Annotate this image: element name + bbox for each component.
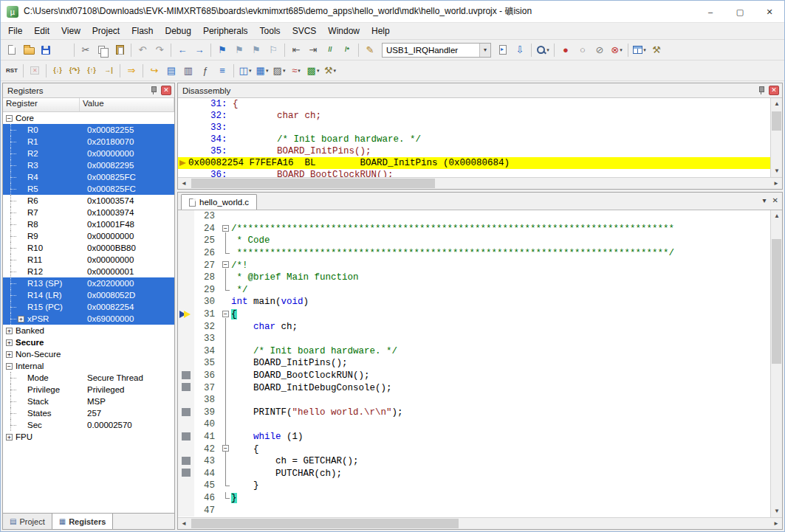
register-row-r5[interactable]: R50x000825FC xyxy=(3,183,174,195)
close-button[interactable]: ✕ xyxy=(755,1,784,23)
scrollbar-thumb[interactable] xyxy=(772,111,781,131)
register-row-r11[interactable]: R110x00000000 xyxy=(3,254,174,266)
tab-list-dropdown-icon[interactable]: ▾ xyxy=(763,196,767,204)
navigate-back-icon[interactable]: ← xyxy=(174,42,191,58)
code-editor[interactable]: 2324−/**********************************… xyxy=(178,210,782,517)
scrollbar-track[interactable] xyxy=(190,178,770,189)
scroll-up-button[interactable]: ▲ xyxy=(771,98,782,110)
step-over-icon[interactable]: {↷} xyxy=(66,63,83,79)
scroll-right-button[interactable]: ► xyxy=(770,178,782,189)
register-row-r15-pc[interactable]: R15 (PC)0x00082254 xyxy=(3,301,174,313)
kill-all-breakpoints-icon-dropdown[interactable]: ▾ xyxy=(620,47,623,53)
run-icon[interactable]: ⇒ xyxy=(123,63,140,79)
code-block-marker[interactable] xyxy=(178,370,194,382)
breakpoint-margin[interactable] xyxy=(178,284,194,297)
breakpoint-margin[interactable] xyxy=(178,223,194,235)
disable-all-breakpoints-icon[interactable]: ⊘ xyxy=(592,42,608,58)
pin-icon[interactable] xyxy=(149,86,158,95)
disassembly-window-icon[interactable]: ▥ xyxy=(180,63,196,79)
tab-close-icon[interactable]: ✕ xyxy=(772,196,778,204)
redo-icon[interactable]: ↷ xyxy=(151,42,168,58)
menu-tools[interactable]: Tools xyxy=(254,24,287,38)
window-layout-icon[interactable]: ▾ xyxy=(631,42,648,58)
pin-icon[interactable] xyxy=(757,86,766,95)
symbols-window-icon[interactable]: ƒ xyxy=(197,63,213,79)
command-window-icon[interactable]: ▤ xyxy=(163,63,179,79)
register-row-r1[interactable]: R10x20180070 xyxy=(3,136,174,148)
code-block-marker[interactable] xyxy=(178,431,194,443)
save-icon[interactable] xyxy=(38,42,54,58)
code-block-marker[interactable] xyxy=(178,467,194,480)
breakpoint-margin[interactable] xyxy=(178,480,194,492)
scroll-down-button[interactable]: ▼ xyxy=(771,505,782,517)
code-block-marker[interactable] xyxy=(178,407,194,419)
toolbox-icon[interactable]: ⚒▾ xyxy=(322,63,338,79)
show-next-statement-icon[interactable]: ↪ xyxy=(146,63,162,79)
menu-svcs[interactable]: SVCS xyxy=(287,24,323,38)
register-row-xpsr[interactable]: +xPSR0x69000000 xyxy=(3,313,174,325)
breakpoint-margin[interactable] xyxy=(178,247,194,260)
analysis-window-icon[interactable]: ≈▾ xyxy=(288,63,304,79)
code-block-marker[interactable] xyxy=(178,381,194,394)
register-row-privilege[interactable]: PrivilegePrivileged xyxy=(3,384,174,395)
scrollbar-thumb[interactable] xyxy=(191,179,435,188)
paste-icon[interactable] xyxy=(112,42,128,58)
code-block-marker[interactable] xyxy=(178,455,194,468)
column-header-register[interactable]: Register xyxy=(3,98,80,111)
scrollbar-thumb[interactable] xyxy=(772,239,781,364)
comment-icon[interactable]: // xyxy=(322,42,338,58)
new-file-icon[interactable] xyxy=(4,42,20,58)
breakpoint-margin[interactable] xyxy=(178,345,194,358)
minimize-button[interactable]: – xyxy=(696,1,725,23)
collapse-icon[interactable]: − xyxy=(6,363,13,370)
kill-all-breakpoints-icon[interactable]: ⊗▾ xyxy=(609,42,625,58)
fold-toggle-icon[interactable]: − xyxy=(221,443,231,455)
register-row-states[interactable]: States257 xyxy=(3,407,174,419)
register-row-r10[interactable]: R100x0000BB80 xyxy=(3,242,174,254)
register-row-banked[interactable]: +Banked xyxy=(3,325,174,336)
register-row-internal[interactable]: −Internal xyxy=(3,360,174,372)
memory-window-icon[interactable]: ▦▾ xyxy=(254,63,270,79)
menu-help[interactable]: Help xyxy=(366,24,396,38)
scrollbar-track[interactable] xyxy=(771,222,782,505)
register-row-core[interactable]: −Core xyxy=(3,112,174,124)
memory-window-icon-dropdown[interactable]: ▾ xyxy=(266,68,269,74)
tab-registers[interactable]: ▦Registers xyxy=(52,514,114,529)
undo-icon[interactable]: ↶ xyxy=(134,42,151,58)
uncomment-icon[interactable]: /* xyxy=(339,42,355,58)
register-row-r3[interactable]: R30x00082295 xyxy=(3,159,174,171)
breakpoint-margin[interactable] xyxy=(178,333,194,345)
column-header-value[interactable]: Value xyxy=(80,98,174,111)
breakpoint-margin[interactable] xyxy=(178,357,194,370)
menu-file[interactable]: File xyxy=(2,24,28,38)
menu-debug[interactable]: Debug xyxy=(160,24,197,38)
breakpoint-margin[interactable] xyxy=(178,492,194,505)
copy-icon[interactable] xyxy=(95,42,111,58)
call-stack-window-icon[interactable]: ≡ xyxy=(214,63,230,79)
scroll-left-button[interactable]: ◄ xyxy=(178,518,190,529)
register-row-r8[interactable]: R80x10001F48 xyxy=(3,218,174,230)
expand-icon[interactable]: + xyxy=(6,434,13,441)
register-row-mode[interactable]: ModeSecure Thread xyxy=(3,372,174,384)
configure-icon[interactable]: ⚒ xyxy=(648,42,665,58)
register-row-r2[interactable]: R20x00000000 xyxy=(3,148,174,159)
watch-window-icon[interactable]: ◫▾ xyxy=(237,63,253,79)
next-bookmark-icon[interactable]: ⚑ xyxy=(248,42,264,58)
enable-breakpoint-icon[interactable]: ○ xyxy=(575,42,591,58)
breakpoint-margin[interactable] xyxy=(178,394,194,407)
collapse-icon[interactable]: − xyxy=(6,115,13,122)
expand-icon[interactable]: + xyxy=(6,339,13,346)
maximize-button[interactable]: ▢ xyxy=(725,1,755,23)
register-row-r13-sp[interactable]: R13 (SP)0x20200000 xyxy=(3,277,174,289)
register-row-r4[interactable]: R40x000825FC xyxy=(3,171,174,183)
breakpoint-margin[interactable] xyxy=(178,296,194,308)
disassembly-line[interactable]: 33: xyxy=(178,122,770,134)
expand-icon[interactable]: + xyxy=(6,328,13,334)
breakpoint-margin[interactable] xyxy=(178,320,194,333)
disassembly-current-line[interactable]: 0x00082254 F7FEFA16 BL BOARD_InitPins (0… xyxy=(178,157,770,169)
breakpoint-margin[interactable] xyxy=(178,504,194,517)
tab-hello-world-c[interactable]: hello_world.c xyxy=(181,194,257,210)
breakpoint-margin[interactable] xyxy=(178,259,194,272)
breakpoint-margin[interactable] xyxy=(178,235,194,247)
system-viewer-icon[interactable]: ▩▾ xyxy=(305,63,321,79)
